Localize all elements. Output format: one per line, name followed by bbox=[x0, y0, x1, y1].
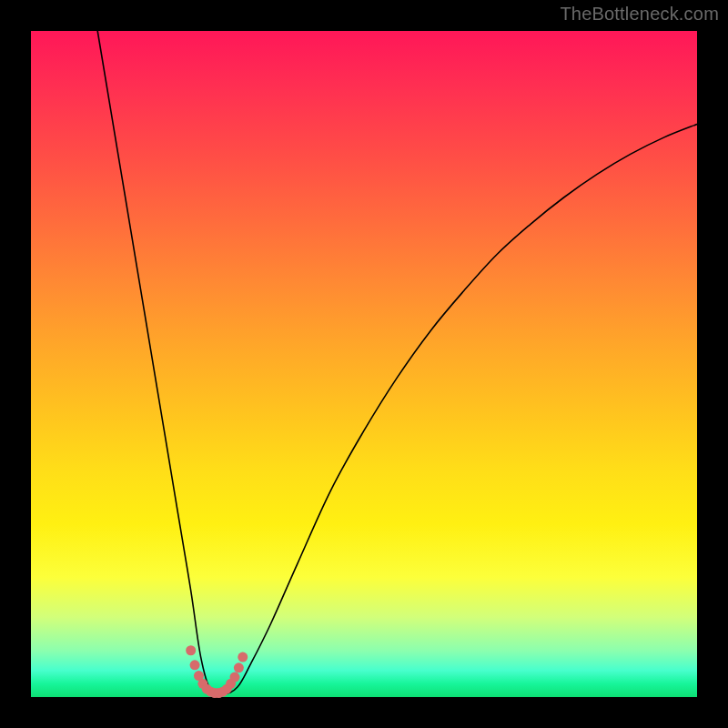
bottom-cluster-dots bbox=[186, 645, 248, 698]
cluster-dot bbox=[229, 672, 239, 682]
cluster-dot bbox=[238, 652, 248, 662]
cluster-dot bbox=[234, 662, 244, 672]
cluster-dot bbox=[190, 660, 200, 670]
bottleneck-curve bbox=[97, 31, 697, 694]
chart-frame: TheBottleneck.com bbox=[0, 0, 728, 728]
chart-svg bbox=[31, 31, 697, 697]
watermark-text: TheBottleneck.com bbox=[560, 4, 719, 25]
cluster-dot bbox=[186, 645, 196, 655]
plot-area bbox=[31, 31, 697, 697]
